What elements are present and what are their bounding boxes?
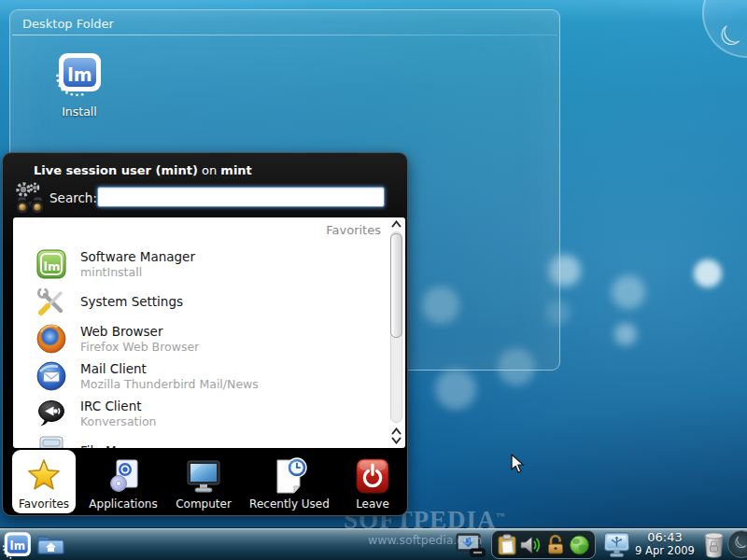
item-subtitle: mintInstall [80,265,195,279]
list-scrollbar[interactable] [390,220,402,445]
folder-widget-title: Desktop Folder [22,17,114,31]
menu-item-file-manager[interactable]: File Manager [13,432,387,448]
kickoff-tabbar: Favorites Applications [3,448,407,517]
tab-favorites[interactable]: Favorites [12,450,76,513]
bokeh-light [694,259,722,287]
install-icon-label: Install [42,105,117,119]
tab-leave[interactable]: Leave [345,450,400,513]
trash-button[interactable] [701,530,726,560]
desktop: ☾ Desktop Folder lm Install SOFTPED [0,0,747,560]
desktop-toolbox-cashew-icon[interactable]: ☾ [702,0,747,58]
mint-install-icon: lm [55,51,104,96]
system-tray [491,530,596,559]
kickoff-menu: Live session user (mint) on mint Search:… [2,152,408,516]
star-icon [23,455,64,497]
thunderbird-icon [35,360,67,392]
lock-icon[interactable] [544,533,567,557]
bokeh-light [614,323,637,345]
kickoff-user-header: Live session user (mint) on mint [34,163,252,177]
update-manager-button[interactable] [455,532,486,560]
search-label: Search: [49,190,97,205]
firefox-icon [35,323,67,355]
menu-item-system-settings[interactable]: System Settings [13,283,387,320]
tab-label: Leave [356,497,389,511]
item-title: Software Manager [80,249,195,265]
power-icon [352,455,393,497]
menu-item-mail-client[interactable]: Mail Client Mozilla Thunderbird Mail/New… [13,357,387,395]
volume-icon[interactable] [519,533,543,557]
computer-icon [183,455,224,497]
tab-recently-used[interactable]: Recently Used [243,450,336,513]
menu-item-web-browser[interactable]: Web Browser Firefox Web Browser [13,320,387,357]
svg-text:lm: lm [43,259,60,273]
cashew-glyph-icon: ☾ [729,529,747,553]
scrollbar-thumb[interactable] [390,233,402,338]
bokeh-light [435,369,476,410]
mint-menu-icon: lm [2,531,33,559]
cashew-glyph-icon: ☾ [712,14,747,55]
tab-label: Favorites [19,497,69,511]
taskbar-panel: lm [0,527,747,560]
item-subtitle: Konversation [80,414,157,428]
clipboard-icon[interactable] [496,533,518,557]
package-icon [103,455,144,497]
trash-icon [701,530,726,559]
panel-toolbox-cashew-icon[interactable]: ☾ [727,530,747,558]
menu-item-irc-client[interactable]: IRC Client Konversation [13,395,387,432]
item-title: System Settings [80,294,183,310]
app-launcher-button[interactable]: lm [2,531,33,560]
item-title: IRC Client [80,399,157,414]
bokeh-light [612,275,645,309]
tab-computer[interactable]: Computer [168,450,239,513]
favorites-list: Favorites lm Software Manager mintInstal… [13,217,405,448]
device-notifier-icon [602,530,631,559]
network-globe-icon[interactable] [568,533,591,557]
install-desktop-icon[interactable]: lm Install [42,51,117,119]
search-input[interactable] [97,187,385,207]
device-notifier-button[interactable] [602,530,631,560]
digital-clock[interactable]: 06:43 9 Apr 2009 [629,530,700,557]
menu-item-software-manager[interactable]: lm Software Manager mintInstall [13,245,387,283]
system-settings-icon [35,286,67,317]
konversation-icon [35,398,67,429]
scroll-up-icon[interactable] [391,427,402,435]
tab-applications[interactable]: Applications [82,450,164,513]
svg-text:lm: lm [10,539,25,553]
mint-logo-icon: lm [35,248,67,280]
document-clock-icon [269,455,310,497]
category-label: Favorites [326,223,381,237]
svg-text:lm: lm [67,64,92,85]
clock-time: 06:43 [629,530,700,544]
tab-label: Recently Used [249,497,330,511]
item-subtitle: Mozilla Thunderbird Mail/News [80,377,259,391]
home-folder-button[interactable] [36,532,65,560]
search-icon [11,181,49,217]
home-folder-icon [36,532,65,557]
tab-label: Applications [89,497,157,511]
file-manager-icon [35,435,67,448]
scroll-down-icon[interactable] [391,437,402,444]
tab-label: Computer [176,497,232,511]
item-title: Mail Client [80,361,259,377]
mouse-cursor [510,454,529,474]
menu-items: lm Software Manager mintInstall [13,245,387,448]
item-title: Web Browser [80,324,199,340]
item-subtitle: Firefox Web Browser [80,340,199,354]
scroll-up-icon[interactable] [391,220,402,228]
clock-date: 9 Apr 2009 [629,544,700,557]
folder-widget-separator [12,35,557,35]
install-update-icon [455,532,486,558]
